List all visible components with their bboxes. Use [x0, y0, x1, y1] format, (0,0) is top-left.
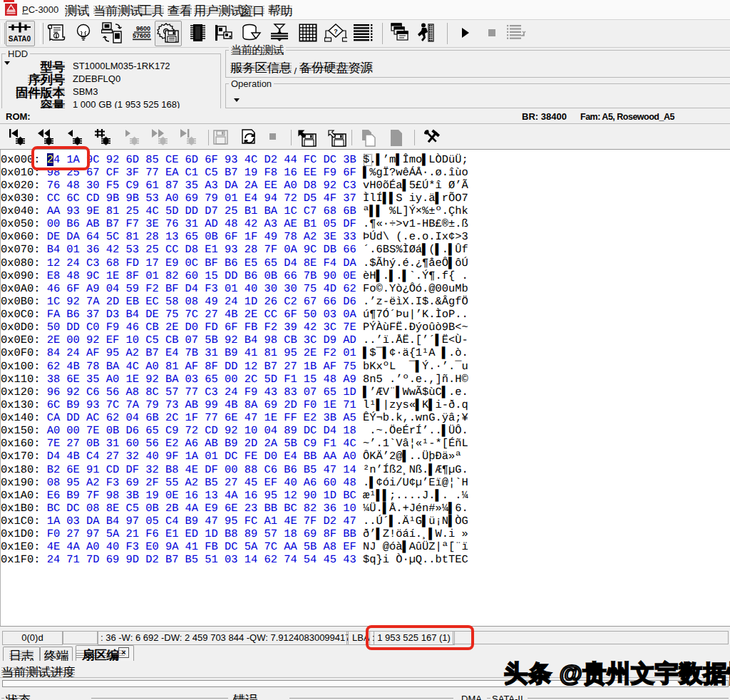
svg-text:SATA0: SATA0: [9, 35, 31, 43]
svg-text:57600: 57600: [133, 32, 150, 39]
svg-text:?: ?: [334, 28, 338, 35]
svg-text:9600: 9600: [136, 25, 150, 32]
